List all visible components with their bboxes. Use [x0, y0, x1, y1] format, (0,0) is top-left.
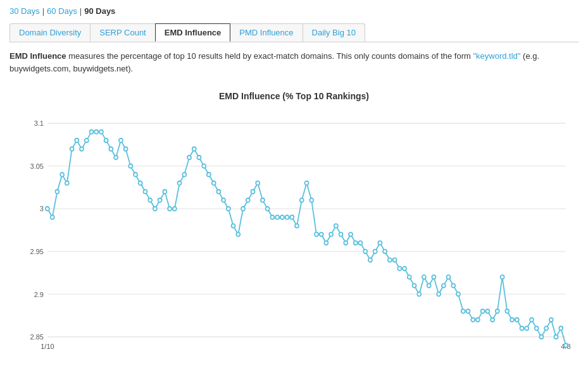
- chart-dot: [510, 318, 514, 322]
- chart-dot: [134, 173, 137, 176]
- svg-text:2.9: 2.9: [34, 290, 44, 298]
- chart-dot: [388, 258, 392, 262]
- chart-dot: [182, 173, 186, 176]
- chart-dot: [559, 326, 563, 330]
- svg-text:2.95: 2.95: [30, 248, 44, 255]
- chart-dot: [505, 309, 509, 313]
- chart-dot: [153, 207, 157, 210]
- chart-dot: [320, 233, 323, 236]
- tab-daily-big-10[interactable]: Daily Big 10: [303, 23, 365, 42]
- chart-dot: [334, 224, 338, 228]
- chart-dot: [339, 233, 343, 236]
- chart-dot: [290, 216, 294, 219]
- chart-dot: [442, 284, 446, 288]
- chart-dot: [408, 275, 411, 279]
- description-bold: EMD Influence: [9, 51, 66, 61]
- chart-dot: [124, 147, 128, 150]
- chart-dot: [202, 164, 206, 168]
- sep2: |: [80, 6, 82, 16]
- chart-dot: [432, 275, 435, 279]
- chart-dot: [207, 173, 211, 176]
- chart-dot: [358, 241, 362, 245]
- chart-dot: [280, 216, 284, 219]
- chart-dot: [89, 130, 93, 133]
- chart-dot: [471, 318, 475, 322]
- chart-dot: [270, 216, 274, 219]
- svg-text:3.05: 3.05: [30, 162, 44, 170]
- chart-dot: [46, 207, 49, 210]
- chart-dot: [417, 292, 421, 296]
- chart-dot: [80, 147, 84, 150]
- chart-dot: [285, 216, 289, 219]
- chart-dot: [520, 326, 523, 330]
- chart-dot: [324, 241, 328, 245]
- chart-dot: [329, 233, 333, 236]
- chart-dot: [295, 224, 299, 228]
- chart-dot: [349, 233, 353, 236]
- chart-dot: [437, 292, 441, 296]
- chart-dot: [466, 309, 470, 313]
- chart-dot: [535, 326, 539, 330]
- svg-text:3.1: 3.1: [34, 119, 44, 127]
- tab-pmd-influence[interactable]: PMD Influence: [230, 23, 303, 42]
- chart-dot: [300, 198, 304, 202]
- chart-dot: [530, 318, 534, 322]
- chart-dot: [485, 309, 489, 313]
- chart-dot: [51, 216, 54, 219]
- description-text1: measures the percentage of top 10 result…: [66, 51, 473, 61]
- chart-dot: [393, 258, 397, 262]
- chart-dot: [148, 198, 152, 202]
- chart-dot: [70, 147, 74, 150]
- chart-svg: 3.1 3.05 3 2.95 2.9 2.85 1/10 4/8: [16, 110, 572, 350]
- chart-dot: [85, 138, 89, 142]
- chart-dot: [275, 216, 279, 219]
- chart-dot: [187, 156, 191, 159]
- chart-dot: [564, 343, 568, 347]
- tab-bar: Domain Diversity SERP Count EMD Influenc…: [9, 23, 579, 42]
- chart-dot: [173, 207, 177, 210]
- chart-title: EMD Influence (% Top 10 Rankings): [16, 91, 572, 101]
- svg-text:2.85: 2.85: [30, 333, 44, 341]
- chart-dot: [378, 241, 382, 245]
- description-quoted: "keyword.tld": [473, 51, 520, 61]
- chart-dot: [397, 267, 401, 271]
- chart-dot: [109, 147, 113, 150]
- chart-dot: [304, 181, 308, 185]
- chart-dot: [456, 292, 460, 296]
- chart-dot: [216, 190, 220, 193]
- chart-dot: [344, 241, 347, 245]
- chart-dot: [451, 284, 455, 288]
- chart-dot: [422, 275, 426, 279]
- chart-dot: [251, 190, 254, 193]
- chart-dot: [501, 275, 504, 279]
- tab-domain-diversity[interactable]: Domain Diversity: [9, 23, 91, 42]
- tab-emd-influence[interactable]: EMD Influence: [155, 23, 231, 42]
- chart-dot: [461, 309, 465, 313]
- chart-dot: [168, 207, 172, 210]
- time-30[interactable]: 30 Days: [9, 6, 40, 16]
- chart-dot: [373, 250, 377, 253]
- svg-text:1/10: 1/10: [41, 343, 54, 350]
- chart-dot: [75, 138, 78, 142]
- chart-dot: [178, 181, 182, 185]
- chart-dot: [158, 198, 162, 202]
- chart-dot: [241, 207, 245, 210]
- chart-area: 3.1 3.05 3 2.95 2.9 2.85 1/10 4/8: [16, 110, 572, 350]
- chart-dot: [447, 275, 451, 279]
- chart-dot: [236, 233, 240, 236]
- time-60[interactable]: 60 Days: [47, 6, 77, 16]
- chart-container: EMD Influence (% Top 10 Rankings) 3.1 3.…: [9, 85, 579, 366]
- time-90[interactable]: 90 Days: [84, 6, 115, 16]
- tab-serp-count[interactable]: SERP Count: [90, 23, 155, 42]
- description-text: EMD Influence measures the percentage of…: [9, 50, 579, 75]
- chart-dot: [544, 326, 548, 330]
- chart-dot: [363, 250, 367, 253]
- chart-dot: [476, 318, 480, 322]
- chart-dot: [412, 284, 416, 288]
- chart-dot: [143, 190, 147, 193]
- svg-text:3: 3: [40, 205, 44, 212]
- chart-dot: [310, 198, 313, 202]
- chart-dot: [65, 181, 69, 185]
- chart-dot: [525, 326, 529, 330]
- chart-dot: [315, 233, 318, 236]
